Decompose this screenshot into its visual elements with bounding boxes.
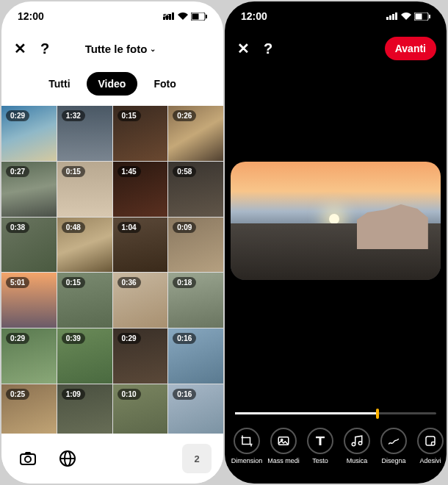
svg-rect-16 [416,13,422,19]
duration-badge: 0:29 [6,333,29,344]
duration-badge: 0:26 [173,110,196,121]
selection-count[interactable]: 2 [182,444,212,473]
camera-button[interactable] [13,444,43,473]
media-thumbnail[interactable]: 0:10 [113,384,168,439]
duration-badge: 0:48 [62,222,85,233]
topbar: ✕ ? Avanti [225,31,447,66]
media-thumbnail[interactable]: 0:16 [168,384,223,439]
status-indicators: 52 [163,12,207,21]
duration-badge: 0:29 [6,110,29,121]
crop-icon [234,428,260,454]
tool-label: Adesivi [419,457,441,464]
duration-badge: 0:15 [62,166,85,177]
video-preview[interactable] [231,162,441,280]
timeline-slider[interactable] [235,412,436,414]
close-icon[interactable]: ✕ [235,40,251,57]
svg-rect-6 [206,15,207,18]
svg-rect-13 [392,14,394,20]
draw-icon [380,428,407,454]
duration-badge: 1:09 [62,389,85,400]
svg-rect-11 [386,17,389,20]
duration-badge: 0:10 [118,389,141,400]
tool-crop[interactable]: Dimension [231,428,263,464]
status-time: 12:00 [18,10,44,22]
media-thumbnail[interactable]: 0:25 [1,384,57,439]
sticker-icon [417,428,444,454]
svg-rect-5 [192,13,199,19]
svg-rect-12 [389,15,391,20]
tool-text[interactable]: Testo [304,428,336,464]
media-thumbnail[interactable]: 0:26 [168,106,223,161]
status-indicators [386,12,430,21]
chevron-down-icon: ⌄ [150,45,156,53]
media-thumbnail[interactable]: 0:39 [57,328,112,384]
status-time: 12:00 [241,10,267,22]
globe-button[interactable] [53,444,82,473]
tool-bar: DimensionMass mediTestoMusicaDisegnaAdes… [225,414,447,464]
media-thumbnail[interactable]: 1:04 [113,218,168,273]
duration-badge: 0:27 [6,166,29,177]
bottom-bar: 2 [1,434,223,484]
media-thumbnail[interactable]: 0:58 [168,162,223,217]
tool-sticker[interactable]: Adesivi [414,428,447,464]
tool-label: Musica [347,457,368,464]
duration-badge: 0:15 [62,277,85,288]
slider-handle[interactable] [376,409,379,419]
music-icon [344,428,370,454]
duration-badge: 0:29 [118,333,141,344]
status-bar: 12:00 [225,1,447,31]
svg-rect-17 [429,15,430,18]
media-thumbnail[interactable]: 1:32 [57,106,112,161]
media-thumbnail[interactable]: 0:38 [1,218,57,273]
next-button[interactable]: Avanti [385,37,436,60]
tool-music[interactable]: Musica [341,428,373,464]
duration-badge: 0:39 [62,333,85,344]
album-title: Tutte le foto [85,43,148,55]
svg-rect-14 [395,12,397,20]
media-thumbnail[interactable]: 1:09 [57,384,112,439]
duration-badge: 1:32 [62,110,85,121]
help-icon[interactable]: ? [260,40,276,57]
tab-all[interactable]: Tutti [37,72,82,96]
topbar: ✕ ? Tutte le foto ⌄ [1,31,223,66]
duration-badge: 0:36 [118,277,141,288]
text-icon [307,428,333,454]
image-icon [270,428,297,454]
tab-photo[interactable]: Foto [142,72,187,96]
media-thumbnail[interactable]: 0:16 [168,328,223,384]
media-picker-screen: 12:00 52 ✕ ? Tutte le foto ⌄ Tutti Video… [1,1,223,484]
media-thumbnail[interactable]: 0:15 [57,273,112,328]
tool-label: Disegna [381,457,405,464]
tool-label: Testo [312,457,328,464]
status-bar: 12:00 52 [1,1,223,31]
media-thumbnail[interactable]: 0:29 [1,106,57,161]
duration-badge: 0:38 [6,222,29,233]
tool-label: Dimension [231,457,263,464]
media-thumbnail[interactable]: 0:48 [57,218,112,273]
media-grid: 0:291:320:150:260:270:151:450:580:380:48… [1,106,223,439]
close-icon[interactable]: ✕ [12,40,28,57]
tool-image[interactable]: Mass medi [267,428,300,464]
duration-badge: 1:45 [118,166,141,177]
media-thumbnail[interactable]: 0:29 [113,328,168,384]
help-icon[interactable]: ? [37,40,53,57]
media-thumbnail[interactable]: 0:15 [113,106,168,161]
duration-badge: 0:25 [6,389,29,400]
duration-badge: 0:16 [173,389,196,400]
tool-label: Mass medi [267,457,300,464]
media-thumbnail[interactable]: 0:18 [168,273,223,328]
album-dropdown[interactable]: Tutte le foto ⌄ [62,43,179,55]
media-thumbnail[interactable]: 0:36 [113,273,168,328]
svg-rect-21 [426,436,435,445]
tab-video[interactable]: Video [87,72,138,96]
editor-screen: 12:00 ✕ ? Avanti DimensionMass mediTesto… [225,1,447,484]
media-thumbnail[interactable]: 5:01 [1,273,57,328]
tool-draw[interactable]: Disegna [377,428,410,464]
media-thumbnail[interactable]: 0:29 [1,328,57,384]
media-thumbnail[interactable]: 0:15 [57,162,112,217]
media-thumbnail[interactable]: 0:27 [1,162,57,217]
svg-rect-18 [242,437,250,444]
media-thumbnail[interactable]: 1:45 [113,162,168,217]
media-thumbnail[interactable]: 0:09 [168,218,223,273]
duration-badge: 0:15 [118,110,141,121]
